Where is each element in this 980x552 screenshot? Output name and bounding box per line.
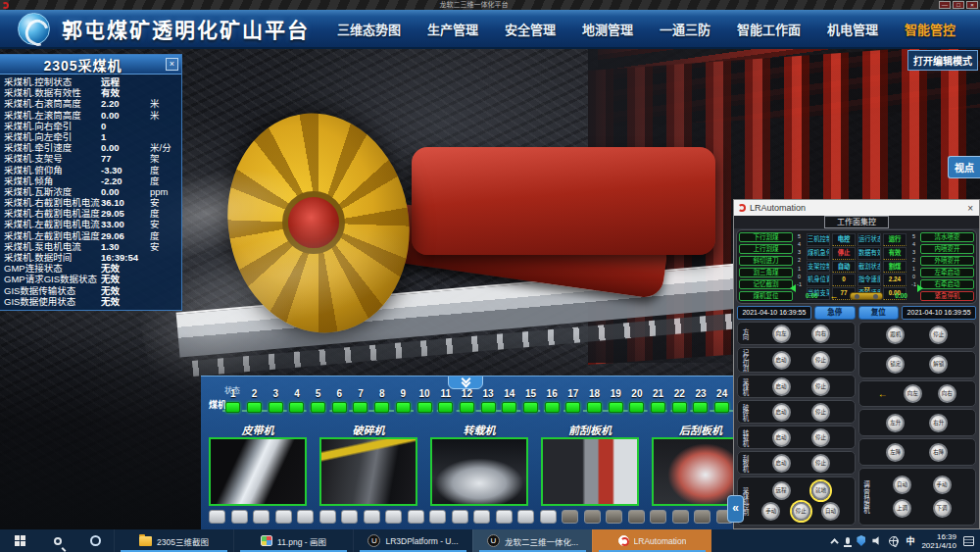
maximize-button[interactable]: □ [953,1,964,9]
lr-action-button[interactable]: 右牵启动 [920,279,974,289]
support-status-square[interactable] [417,402,432,413]
control-button[interactable]: 向右 [938,384,956,403]
lr-action-button[interactable]: 上行割煤 [739,244,793,254]
nav-item[interactable]: 智能工作面 [737,20,801,38]
collapse-tab[interactable] [448,376,483,389]
nav-item[interactable]: 地测管理 [582,20,633,38]
control-button[interactable]: 解锁 [929,355,948,374]
control-button[interactable]: 上调 [893,499,911,518]
control-button[interactable]: 启动 [772,351,791,370]
support-status-square[interactable] [502,402,516,413]
nav-item[interactable]: 一通三防 [660,20,710,38]
emergency-stop-button[interactable]: 急停 [814,306,856,320]
nav-item[interactable]: 机电管理 [827,20,878,38]
control-button[interactable]: 向左 [772,325,791,343]
ime-indicator[interactable]: 中 [906,534,914,547]
control-button[interactable]: 停止 [811,351,830,370]
lr-stop-button[interactable]: 紧急停机 [920,291,974,301]
lr-action-button[interactable]: 斜切进刀 [739,256,793,266]
control-button[interactable]: 左降 [886,443,905,462]
support-status-square[interactable] [714,402,729,413]
camera-thumbnail[interactable] [430,437,528,506]
support-status-square[interactable] [672,402,687,413]
support-status-square[interactable] [225,402,240,413]
support-status-square[interactable] [629,402,644,413]
support-status-square[interactable] [332,402,347,413]
control-button[interactable]: 启动 [772,403,791,422]
nav-item[interactable]: 生产管理 [427,20,478,38]
control-button[interactable]: 手动 [761,502,780,521]
microphone-icon[interactable] [846,537,850,544]
tray-chevron-up-icon[interactable] [831,538,839,546]
nav-item[interactable]: 安全管理 [505,20,556,38]
support-status-square[interactable] [523,402,538,413]
control-button[interactable]: 自动 [821,502,840,521]
support-status-square[interactable] [269,402,283,413]
support-status-square[interactable] [545,402,560,413]
camera-thumbnail[interactable] [541,437,639,506]
control-button[interactable]: 停止 [811,377,830,396]
control-button[interactable]: 停止 [929,326,948,344]
minimize-button[interactable]: — [939,1,951,9]
control-button[interactable]: 下调 [933,499,952,518]
edit-mode-button[interactable]: 打开编辑模式 [907,50,978,71]
viewpoint-tab[interactable]: 视点 [948,156,980,178]
notification-icon[interactable] [963,536,974,546]
support-status-square[interactable] [311,402,325,413]
support-status-square[interactable] [565,402,580,413]
support-status-square[interactable] [396,402,411,413]
lr-action-button[interactable]: 左牵启动 [920,268,974,277]
lr-action-button[interactable]: 清水喷雾 [920,232,974,242]
support-status-square[interactable] [460,402,474,413]
network-icon[interactable] [889,536,899,546]
speaker-icon[interactable] [872,536,882,546]
control-button[interactable]: 启动 [772,428,791,447]
camera-thumbnail[interactable] [319,437,417,506]
control-button[interactable]: 向左 [904,384,922,403]
control-button[interactable]: 向右 [811,325,830,343]
close-button[interactable]: × [966,1,978,9]
support-status-square[interactable] [247,402,262,413]
taskbar-app[interactable]: 2305三维截图 [114,529,233,552]
tab-workface-control[interactable]: 工作面集控 [824,216,889,228]
lr-action-button[interactable]: 割三角煤 [739,268,793,277]
support-status-square[interactable] [438,402,453,413]
lr-action-button[interactable]: 内喷雾开 [920,244,974,254]
control-button[interactable]: 右降 [929,443,948,462]
panel-close-button[interactable]: × [166,58,178,71]
shield-icon[interactable] [857,535,865,546]
lr-action-button[interactable]: 下行割煤 [739,232,793,242]
start-button[interactable] [0,529,39,552]
nav-item[interactable]: 三维态势图 [337,20,401,38]
control-button[interactable]: 自动 [893,476,911,494]
control-button[interactable]: 停止 [811,403,830,422]
support-status-square[interactable] [693,402,708,413]
control-button[interactable]: 左升 [886,414,905,432]
support-status-square[interactable] [481,402,496,413]
control-button[interactable]: 就地 [811,481,830,500]
collapse-left-button[interactable]: « [727,495,744,523]
support-status-square[interactable] [651,402,665,413]
control-button[interactable]: 锁定 [886,355,905,374]
control-button[interactable]: 启动 [772,454,791,473]
taskbar-app[interactable]: LRAutomation [592,529,711,552]
search-button[interactable] [39,529,76,552]
control-button[interactable]: 启动 [772,377,791,396]
taskbar-app[interactable]: 11.png - 画图 [233,529,353,552]
control-button[interactable]: 手动 [933,476,952,494]
lr-action-button[interactable]: 记忆截割 [739,279,793,289]
cortana-button[interactable] [76,529,114,552]
lr-action-button[interactable]: 煤机复位 [739,291,793,301]
control-button[interactable]: 远程 [772,481,791,500]
nav-item[interactable]: 智能管控 [905,20,956,38]
support-status-square[interactable] [289,402,304,413]
taskbar-app[interactable]: U龙软二三维一体化... [472,529,592,552]
tray-clock[interactable]: 16:39 2021/4/10 [921,532,956,550]
lr-close-button[interactable]: × [965,203,975,214]
support-status-square[interactable] [374,402,389,413]
support-status-square[interactable] [587,402,602,413]
control-button[interactable]: 跟机 [886,326,905,344]
support-status-square[interactable] [353,402,368,413]
camera-thumbnail[interactable] [209,437,307,506]
lr-action-button[interactable]: 外喷雾开 [920,256,974,266]
